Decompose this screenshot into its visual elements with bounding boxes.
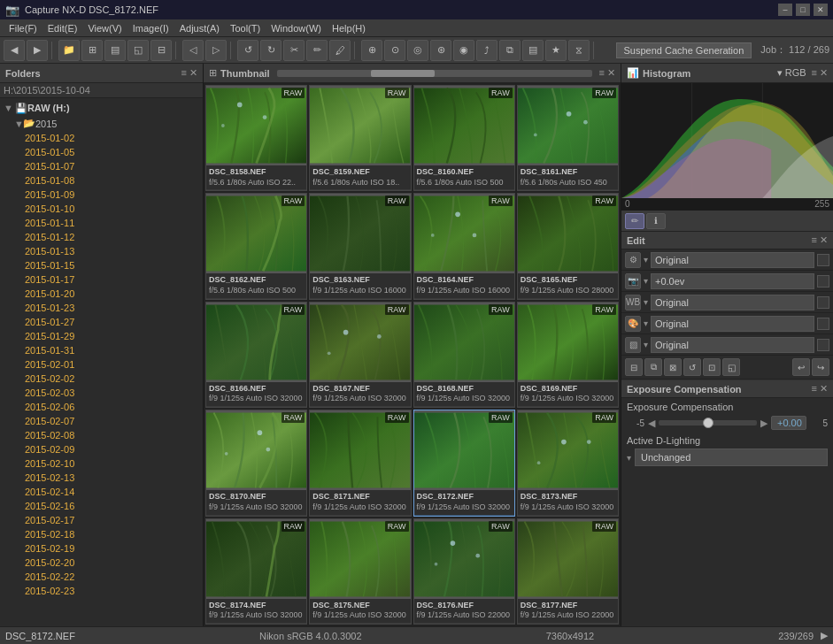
tool-icon-undo[interactable]: ↩ xyxy=(792,358,810,376)
toolbar-btn-grid[interactable]: ⊞ xyxy=(81,40,103,61)
edit-row-0[interactable]: ⚙ ▾ Original xyxy=(621,249,833,271)
toolbar-btn-crop[interactable]: ✂ xyxy=(283,40,305,61)
adl-value[interactable]: Unchanged xyxy=(635,448,828,466)
tool-icon-3[interactable]: ⊠ xyxy=(664,358,682,376)
thumbnail-DSC_8176.NEF[interactable]: RAWDSC_8176.NEFf/9 1/125s Auto ISO 22000 xyxy=(413,518,515,625)
thumbnail-DSC_8175.NEF[interactable]: RAWDSC_8175.NEFf/9 1/125s Auto ISO 32000 xyxy=(309,518,411,625)
edit-row-check-3[interactable] xyxy=(817,318,829,330)
adl-arrow[interactable]: ▾ xyxy=(627,453,631,463)
thumbnail-DSC_8164.NEF[interactable]: RAWDSC_8164.NEFf/9 1/125s Auto ISO 16000 xyxy=(413,193,515,299)
thumb-panel-menu[interactable]: ≡ xyxy=(599,67,605,79)
tool-icon-redo[interactable]: ↪ xyxy=(812,358,829,376)
thumbnail-DSC_8173.NEF[interactable]: RAWDSC_8173.NEFf/9 1/125s Auto ISO 32000 xyxy=(517,410,619,516)
folder-date-2015-02-17[interactable]: 2015-02-17 xyxy=(0,513,203,527)
folder-date-2015-01-02[interactable]: 2015-01-02 xyxy=(0,131,203,145)
thumbnail-DSC_8168.NEF[interactable]: RAWDSC_8168.NEFf/9 1/125s Auto ISO 32000 xyxy=(413,302,515,408)
year-item[interactable]: ▼ 📂 2015 xyxy=(0,116,203,131)
edit-tab-adjustments[interactable]: ✏ xyxy=(625,213,644,229)
edit-row-check-4[interactable] xyxy=(817,339,829,351)
folder-date-2015-01-23[interactable]: 2015-01-23 xyxy=(0,301,203,315)
folder-date-2015-02-10[interactable]: 2015-02-10 xyxy=(0,456,203,471)
thumbnail-DSC_8169.NEF[interactable]: RAWDSC_8169.NEFf/9 1/125s Auto ISO 32000 xyxy=(517,302,619,408)
toolbar-btn-rotate-r[interactable]: ↻ xyxy=(260,40,282,61)
thumb-scrollbar-thumb[interactable] xyxy=(371,70,434,77)
histogram-close[interactable]: ✕ xyxy=(820,67,828,79)
folder-date-2015-02-14[interactable]: 2015-02-14 xyxy=(0,485,203,499)
edit-row-value-2[interactable]: Original xyxy=(651,295,814,310)
folder-date-2015-02-06[interactable]: 2015-02-06 xyxy=(0,400,203,414)
edit-row-value-3[interactable]: Original xyxy=(651,316,814,332)
edit-row-value-0[interactable]: Original xyxy=(651,252,814,268)
folder-date-2015-02-07[interactable]: 2015-02-07 xyxy=(0,414,203,428)
folder-date-2015-01-12[interactable]: 2015-01-12 xyxy=(0,230,203,244)
thumb-panel-close[interactable]: ✕ xyxy=(607,67,615,79)
folder-date-2015-01-09[interactable]: 2015-01-09 xyxy=(0,188,203,202)
close-button[interactable]: ✕ xyxy=(814,4,828,16)
folder-date-2015-02-13[interactable]: 2015-02-13 xyxy=(0,471,203,485)
folder-date-2015-01-27[interactable]: 2015-01-27 xyxy=(0,315,203,329)
folder-date-2015-02-23[interactable]: 2015-02-23 xyxy=(0,584,203,598)
toolbar-btn-view3[interactable]: ⊟ xyxy=(150,40,172,61)
menu-item-image[interactable]: Image(I) xyxy=(127,19,174,37)
histogram-menu[interactable]: ≡ xyxy=(812,67,817,79)
folder-date-2015-01-20[interactable]: 2015-01-20 xyxy=(0,287,203,301)
folder-panel-menu[interactable]: ≡ xyxy=(181,67,187,79)
toolbar-btn-edit2[interactable]: 🖊 xyxy=(329,40,351,61)
thumbnail-DSC_8170.NEF[interactable]: RAWDSC_8170.NEFf/9 1/125s Auto ISO 32000 xyxy=(205,410,307,516)
toolbar-btn-filter[interactable]: ▤ xyxy=(522,40,544,61)
tool-icon-5[interactable]: ⊡ xyxy=(703,358,721,376)
toolbar-btn-next[interactable]: ▷ xyxy=(205,40,227,61)
menu-item-help[interactable]: Help(H) xyxy=(327,19,371,37)
exp-slider-track[interactable] xyxy=(659,420,757,426)
thumb-scrollbar[interactable] xyxy=(277,70,592,77)
folder-date-2015-02-18[interactable]: 2015-02-18 xyxy=(0,527,203,541)
exp-right-arrow[interactable]: ▶ xyxy=(760,418,767,429)
thumbnail-DSC_8158.NEF[interactable]: RAWDSC_8158.NEFf/5.6 1/80s Auto ISO 22.. xyxy=(205,85,307,191)
suspend-cache-button[interactable]: Suspend Cache Generation xyxy=(616,42,752,58)
menu-item-edit[interactable]: Edit(E) xyxy=(42,19,83,37)
tool-icon-6[interactable]: ◱ xyxy=(722,358,740,376)
menu-item-window[interactable]: Window(W) xyxy=(266,19,327,37)
status-arrow[interactable]: ▶ xyxy=(821,630,828,641)
folder-date-2015-02-09[interactable]: 2015-02-09 xyxy=(0,442,203,456)
edit-row-check-2[interactable] xyxy=(817,296,829,309)
folder-date-2015-01-07[interactable]: 2015-01-07 xyxy=(0,159,203,173)
folder-date-2015-01-05[interactable]: 2015-01-05 xyxy=(0,145,203,159)
thumbnail-DSC_8166.NEF[interactable]: RAWDSC_8166.NEFf/9 1/125s Auto ISO 32000 xyxy=(205,302,307,408)
toolbar-btn-tool3[interactable]: ◎ xyxy=(407,40,428,61)
folder-date-2015-01-17[interactable]: 2015-01-17 xyxy=(0,272,203,287)
tree-drive[interactable]: ▼ 💾 RAW (H:) xyxy=(0,100,203,116)
folder-date-2015-02-20[interactable]: 2015-02-20 xyxy=(0,556,203,570)
folder-date-2015-02-02[interactable]: 2015-02-02 xyxy=(0,372,203,386)
menu-item-adjust[interactable]: Adjust(A) xyxy=(174,19,225,37)
edit-row-value-4[interactable]: Original xyxy=(651,337,814,353)
folder-date-2015-02-22[interactable]: 2015-02-22 xyxy=(0,570,203,584)
menu-item-file[interactable]: File(F) xyxy=(4,19,42,37)
toolbar-btn-back[interactable]: ◀ xyxy=(4,40,25,61)
tool-icon-2[interactable]: ⧉ xyxy=(644,358,662,376)
thumbnail-DSC_8177.NEF[interactable]: RAWDSC_8177.NEFf/9 1/125s Auto ISO 22000 xyxy=(517,518,619,625)
edit-tab-metadata[interactable]: ℹ xyxy=(646,213,666,229)
toolbar-btn-export[interactable]: ⤴ xyxy=(476,40,497,61)
folder-date-2015-02-01[interactable]: 2015-02-01 xyxy=(0,357,203,372)
edit-row-1[interactable]: 📷 ▾ +0.0ev xyxy=(621,271,833,292)
tool-icon-4[interactable]: ↺ xyxy=(683,358,701,376)
folder-date-2015-01-15[interactable]: 2015-01-15 xyxy=(0,258,203,272)
exp-menu[interactable]: ≡ xyxy=(812,383,817,395)
toolbar-btn-forward[interactable]: ▶ xyxy=(27,40,48,61)
folder-date-2015-02-08[interactable]: 2015-02-08 xyxy=(0,428,203,442)
edit-row-2[interactable]: WB ▾ Original xyxy=(621,292,833,313)
minimize-button[interactable]: – xyxy=(778,4,792,16)
thumbnail-DSC_8161.NEF[interactable]: RAWDSC_8161.NEFf/5.6 1/80s Auto ISO 450 xyxy=(517,85,619,191)
edit-row-value-1[interactable]: +0.0ev xyxy=(651,273,814,289)
thumbnail-DSC_8171.NEF[interactable]: RAWDSC_8171.NEFf/9 1/125s Auto ISO 32000 xyxy=(309,410,411,516)
edit-close[interactable]: ✕ xyxy=(820,234,828,246)
thumbnail-DSC_8167.NEF[interactable]: RAWDSC_8167.NEFf/9 1/125s Auto ISO 32000 xyxy=(309,302,411,408)
exp-left-arrow[interactable]: ◀ xyxy=(648,418,655,429)
exp-value[interactable]: +0.00 xyxy=(771,416,806,430)
toolbar-btn-view2[interactable]: ◱ xyxy=(127,40,149,61)
edit-row-check-0[interactable] xyxy=(817,254,829,266)
thumbnail-DSC_8174.NEF[interactable]: RAWDSC_8174.NEFf/9 1/125s Auto ISO 32000 xyxy=(205,518,307,625)
folder-date-2015-01-11[interactable]: 2015-01-11 xyxy=(0,216,203,230)
folder-date-2015-02-19[interactable]: 2015-02-19 xyxy=(0,541,203,556)
